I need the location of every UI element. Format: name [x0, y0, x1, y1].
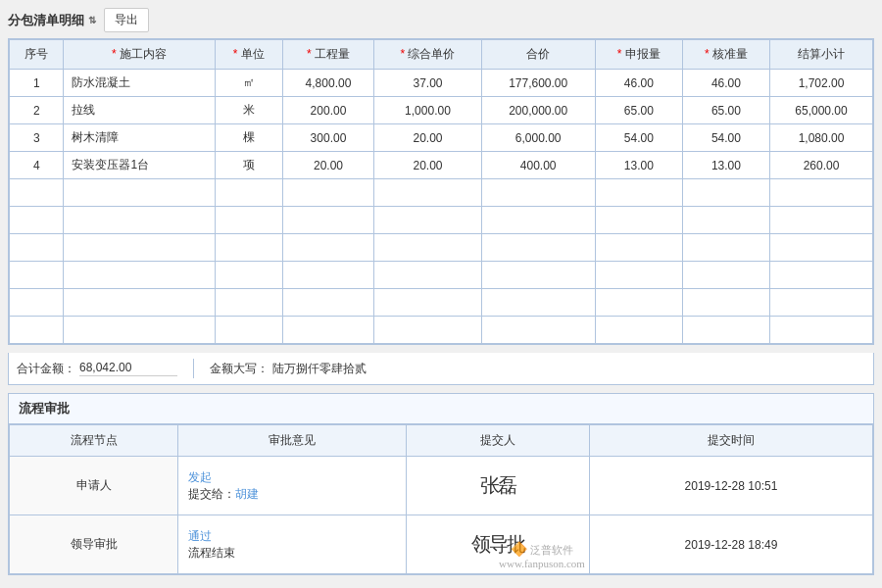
- empty-cell: [770, 179, 873, 207]
- total-value: 68,042.00: [79, 361, 177, 376]
- summary-divider: [193, 359, 194, 378]
- cell-seq: 1: [10, 70, 64, 97]
- wf-link-person[interactable]: 胡建: [235, 487, 259, 501]
- wf-time-2: 2019-12-28 18:49: [589, 515, 872, 574]
- section-title-text: 分包清单明细: [8, 12, 84, 29]
- watermark-brand: 泛普软件: [530, 544, 573, 556]
- wf-forward-prefix: 提交给：: [188, 487, 235, 501]
- th-declared: * 申报量: [595, 40, 682, 70]
- th-seq: 序号: [10, 40, 64, 70]
- th-unitprice: * 综合单价: [374, 40, 481, 70]
- empty-cell: [374, 179, 481, 207]
- empty-cell: [374, 289, 481, 317]
- wf-link-start[interactable]: 发起: [188, 470, 212, 484]
- cell-content: 拉线: [64, 97, 215, 124]
- wf-th-opinion: 审批意见: [178, 425, 406, 457]
- wf-sig-2: 领导批 🔶 泛普软件 www.fanpuson.com: [406, 515, 589, 574]
- export-button[interactable]: 导出: [104, 8, 149, 32]
- cell-declared: 46.00: [595, 70, 682, 97]
- empty-cell: [282, 262, 374, 289]
- empty-cell: [374, 262, 481, 289]
- empty-cell: [282, 207, 374, 234]
- cell-approved: 65.00: [682, 97, 769, 124]
- sort-icon: ⇅: [88, 15, 96, 25]
- empty-cell: [481, 179, 595, 207]
- empty-cell: [64, 262, 215, 289]
- empty-row: [10, 179, 873, 207]
- th-approved: * 核准量: [682, 40, 769, 70]
- wf-opinion-forward: 提交给：胡建: [188, 486, 395, 503]
- empty-cell: [374, 234, 481, 262]
- wf-link-pass[interactable]: 通过: [188, 529, 212, 543]
- total-label: 合计金额：: [17, 361, 75, 377]
- empty-cell: [682, 207, 769, 234]
- empty-cell: [770, 317, 873, 344]
- main-table: 序号 * 施工内容 * 单位 * 工程量 * 综合单价 合价 * 申报量 * 核…: [9, 39, 873, 344]
- wf-opinion-end: 流程结束: [188, 545, 395, 562]
- cell-unitprice: 20.00: [374, 124, 481, 152]
- empty-cell: [682, 289, 769, 317]
- cell-approved: 13.00: [682, 152, 769, 179]
- top-bar: 分包清单明细 ⇅ 导出: [8, 8, 874, 32]
- empty-cell: [215, 317, 282, 344]
- cell-unit: 棵: [215, 124, 282, 152]
- empty-cell: [595, 207, 682, 234]
- cell-total: 6,000.00: [481, 124, 595, 152]
- th-total: 合价: [481, 40, 595, 70]
- cell-content: 安装变压器1台: [64, 152, 215, 179]
- empty-cell: [10, 262, 64, 289]
- th-quantity: * 工程量: [282, 40, 374, 70]
- workflow-section: 流程审批 流程节点 审批意见 提交人 提交时间 申请人 发起: [8, 393, 874, 575]
- signature-1: 张磊: [480, 474, 515, 496]
- wf-time-1: 2019-12-28 10:51: [589, 457, 872, 515]
- workflow-row-1: 申请人 发起 提交给：胡建 张磊 2019-12-28 10:51: [10, 457, 873, 515]
- cell-subtotal: 260.00: [770, 152, 873, 179]
- cell-approved: 46.00: [682, 70, 769, 97]
- workflow-row-2: 领导审批 通过 流程结束 领导批 🔶 泛普软件 www.fanpuson.com: [10, 515, 873, 574]
- empty-cell: [481, 207, 595, 234]
- empty-cell: [770, 234, 873, 262]
- empty-cell: [215, 234, 282, 262]
- empty-cell: [374, 317, 481, 344]
- empty-row: [10, 262, 873, 289]
- table-row: 1 防水混凝土 ㎡ 4,800.00 37.00 177,600.00 46.0…: [10, 70, 873, 97]
- cell-total: 177,600.00: [481, 70, 595, 97]
- cell-seq: 2: [10, 97, 64, 124]
- workflow-header-row: 流程节点 审批意见 提交人 提交时间: [10, 425, 873, 457]
- empty-cell: [10, 289, 64, 317]
- cell-total: 400.00: [481, 152, 595, 179]
- table-row: 3 树木清障 棵 300.00 20.00 6,000.00 54.00 54.…: [10, 124, 873, 152]
- empty-cell: [282, 317, 374, 344]
- empty-row: [10, 289, 873, 317]
- wf-opinion-1: 发起 提交给：胡建: [178, 457, 406, 515]
- empty-cell: [770, 289, 873, 317]
- empty-cell: [595, 289, 682, 317]
- empty-cell: [282, 234, 374, 262]
- cell-declared: 13.00: [595, 152, 682, 179]
- empty-cell: [770, 207, 873, 234]
- empty-cell: [215, 207, 282, 234]
- empty-cell: [64, 289, 215, 317]
- wf-node-1: 申请人: [10, 457, 178, 515]
- cell-unitprice: 20.00: [374, 152, 481, 179]
- cell-declared: 65.00: [595, 97, 682, 124]
- empty-cell: [481, 262, 595, 289]
- cell-quantity: 20.00: [282, 152, 374, 179]
- wf-opinion-2: 通过 流程结束: [178, 515, 406, 574]
- empty-cell: [215, 262, 282, 289]
- empty-cell: [481, 317, 595, 344]
- empty-cell: [282, 179, 374, 207]
- empty-cell: [682, 234, 769, 262]
- empty-cell: [595, 234, 682, 262]
- empty-cell: [682, 179, 769, 207]
- cell-declared: 54.00: [595, 124, 682, 152]
- wf-th-time: 提交时间: [589, 425, 872, 457]
- amount-value: 陆万捌仟零肆拾贰: [272, 361, 865, 377]
- cell-quantity: 300.00: [282, 124, 374, 152]
- table-row: 4 安装变压器1台 项 20.00 20.00 400.00 13.00 13.…: [10, 152, 873, 179]
- cell-subtotal: 65,000.00: [770, 97, 873, 124]
- cell-content: 防水混凝土: [64, 70, 215, 97]
- watermark-url: www.fanpuson.com: [499, 558, 585, 569]
- empty-cell: [10, 234, 64, 262]
- empty-row: [10, 234, 873, 262]
